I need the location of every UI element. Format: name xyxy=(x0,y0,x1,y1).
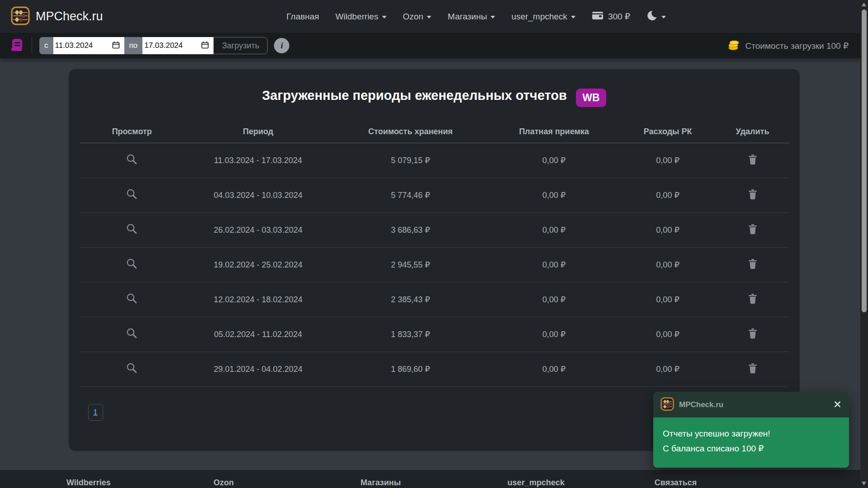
col-header-storage: Стоимость хранения xyxy=(332,122,489,143)
reports-book-button[interactable] xyxy=(9,38,24,54)
ads-cost-cell: 0,00 ₽ xyxy=(619,213,717,248)
nav-item-label: Главная xyxy=(287,12,319,22)
view-report-button[interactable] xyxy=(126,258,138,271)
footer-col-contact: Связаться xyxy=(655,478,802,488)
brand[interactable]: MPCheck.ru xyxy=(11,6,103,27)
nav-item-label: Ozon xyxy=(403,12,423,22)
col-header-acceptance: Платная приемка xyxy=(489,122,619,143)
toast-title: MPCheck.ru xyxy=(679,400,723,409)
magnifier-icon xyxy=(126,230,138,236)
mpcheck-logo-icon xyxy=(660,397,674,413)
view-report-button[interactable] xyxy=(126,362,138,375)
paid-acceptance-cell: 0,00 ₽ xyxy=(489,248,619,282)
mpcheck-logo-icon xyxy=(11,6,30,27)
date-to-field[interactable] xyxy=(142,37,213,54)
balance-indicator[interactable]: 300 ₽ xyxy=(592,10,630,23)
magnifier-icon xyxy=(126,264,138,271)
page-1-button[interactable]: 1 xyxy=(88,404,103,421)
chevron-down-icon xyxy=(571,16,576,19)
info-icon[interactable]: i xyxy=(274,38,289,53)
col-header-ads: Расходы РК xyxy=(619,122,717,143)
upload-button[interactable]: Загрузить xyxy=(213,37,268,54)
book-icon xyxy=(9,38,24,54)
delete-report-button[interactable] xyxy=(747,258,758,271)
scroll-up-icon[interactable] xyxy=(862,3,866,6)
period-cell: 29.01.2024 - 04.02.2024 xyxy=(184,352,332,387)
main-nav: Главная Wildberries Ozon Магазины user_m… xyxy=(103,10,849,23)
scrollbar[interactable] xyxy=(860,0,868,488)
moon-icon xyxy=(646,10,657,23)
trash-icon xyxy=(747,334,758,341)
trash-icon xyxy=(747,369,758,375)
magnifier-icon xyxy=(126,299,138,306)
col-header-view: Просмотр xyxy=(80,122,184,143)
trash-icon xyxy=(747,299,758,306)
scroll-down-icon[interactable] xyxy=(862,482,866,485)
upload-cost-note: Стоимость загрузки 100 ₽ xyxy=(728,39,851,53)
trash-icon xyxy=(747,195,758,202)
date-from-label: с xyxy=(39,37,53,54)
toast-message-line1: Отчеты успешно загружен! xyxy=(663,427,840,441)
theme-toggle[interactable] xyxy=(646,10,666,23)
view-report-button[interactable] xyxy=(126,188,138,202)
date-from-input[interactable] xyxy=(55,41,109,50)
divider xyxy=(32,37,32,54)
chevron-down-icon xyxy=(382,16,387,19)
nav-item-label: Wildberries xyxy=(335,12,378,22)
period-cell: 05.02.2024 - 11.02.2024 xyxy=(184,317,332,352)
paid-acceptance-cell: 0,00 ₽ xyxy=(489,143,619,178)
period-cell: 19.02.2024 - 25.02.2024 xyxy=(184,248,332,282)
view-report-button[interactable] xyxy=(126,223,138,236)
paid-acceptance-cell: 0,00 ₽ xyxy=(489,317,619,352)
storage-cost-cell: 2 385,43 ₽ xyxy=(332,282,489,317)
delete-report-button[interactable] xyxy=(747,292,758,306)
close-icon[interactable]: ✕ xyxy=(833,399,842,410)
delete-report-button[interactable] xyxy=(747,223,758,236)
date-range-group: с по З xyxy=(39,37,268,54)
wb-badge: WB xyxy=(576,89,606,107)
calendar-icon[interactable] xyxy=(112,41,120,51)
toast-header: MPCheck.ru ✕ xyxy=(653,392,849,418)
report-toolbar: с по З xyxy=(0,33,860,58)
delete-report-button[interactable] xyxy=(747,362,758,375)
card-title-row: Загруженные периоды еженедельных отчетов… xyxy=(80,88,788,107)
magnifier-icon xyxy=(126,334,138,341)
footer-col-wildberries: Wildberries xyxy=(66,478,213,488)
trash-icon xyxy=(747,264,758,271)
nav-item-magaziny[interactable]: Магазины xyxy=(448,12,495,22)
delete-report-button[interactable] xyxy=(747,188,758,202)
storage-cost-cell: 1 869,60 ₽ xyxy=(332,352,489,387)
ads-cost-cell: 0,00 ₽ xyxy=(619,317,717,352)
table-row: 05.02.2024 - 11.02.2024 1 833,37 ₽ 0,00 … xyxy=(80,317,789,352)
view-report-button[interactable] xyxy=(126,292,138,306)
storage-cost-cell: 2 945,55 ₽ xyxy=(332,248,489,282)
ads-cost-cell: 0,00 ₽ xyxy=(619,282,717,317)
date-to-label: по xyxy=(124,37,143,54)
upload-cost-text: Стоимость загрузки 100 ₽ xyxy=(745,41,849,51)
reports-table: Просмотр Период Стоимость хранения Платн… xyxy=(80,122,789,387)
chevron-down-icon xyxy=(661,16,666,19)
calendar-icon[interactable] xyxy=(201,41,209,51)
period-cell: 12.02.2024 - 18.02.2024 xyxy=(184,282,332,317)
nav-item-ozon[interactable]: Ozon xyxy=(403,12,431,22)
nav-item-glavnaya[interactable]: Главная xyxy=(287,12,319,22)
storage-cost-cell: 5 079,15 ₽ xyxy=(332,143,489,178)
pagination: 1 xyxy=(88,404,103,421)
nav-item-wildberries[interactable]: Wildberries xyxy=(335,12,387,22)
date-from-field[interactable] xyxy=(53,37,124,54)
delete-report-button[interactable] xyxy=(747,327,758,341)
ads-cost-cell: 0,00 ₽ xyxy=(619,178,717,213)
table-row: 19.02.2024 - 25.02.2024 2 945,55 ₽ 0,00 … xyxy=(80,248,789,282)
brand-title: MPCheck.ru xyxy=(36,9,103,23)
toast-message-line2: С баланса списано 100 ₽ xyxy=(663,441,840,456)
magnifier-icon xyxy=(126,369,138,375)
ads-cost-cell: 0,00 ₽ xyxy=(619,352,717,387)
view-report-button[interactable] xyxy=(126,153,138,167)
view-report-button[interactable] xyxy=(126,327,138,341)
scrollbar-thumb[interactable] xyxy=(862,9,867,312)
nav-item-user-menu[interactable]: user_mpcheck xyxy=(511,12,576,22)
date-to-input[interactable] xyxy=(144,41,198,50)
col-header-period: Период xyxy=(184,122,332,143)
delete-report-button[interactable] xyxy=(747,153,758,167)
trash-icon xyxy=(747,160,758,167)
